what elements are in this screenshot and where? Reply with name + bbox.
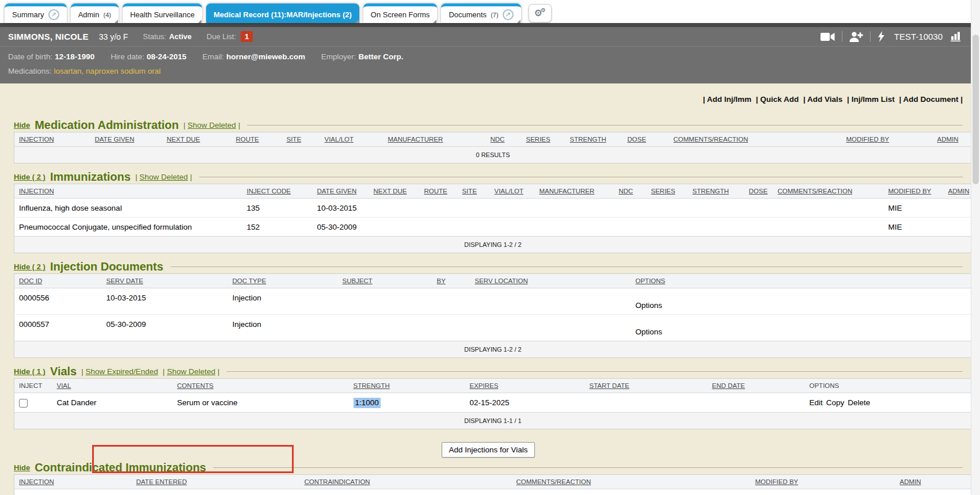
document-row[interactable]: 0000557 05-30-2009 Injection Options xyxy=(14,315,972,341)
email-label: Email: xyxy=(202,52,224,61)
quick-add-link[interactable]: Quick Add xyxy=(760,95,799,104)
email-value: horner@mieweb.com xyxy=(226,52,305,61)
vial-name: Cat Dander xyxy=(52,393,173,413)
immunizations-table: INJECTION INJECT CODE DATE GIVEN NEXT DU… xyxy=(14,184,972,253)
col-vial: VIAL xyxy=(57,382,71,389)
col-modified-by: MODIFIED BY xyxy=(888,188,932,195)
modified-by: MIE xyxy=(884,199,944,218)
section-rule xyxy=(199,177,963,177)
section-title: Contraindicated Immunizations xyxy=(35,461,206,474)
show-expired-ended-link[interactable]: Show Expired/Ended xyxy=(86,367,158,376)
show-deleted-link[interactable]: Show Deleted xyxy=(139,173,188,181)
medication-link-losartan[interactable]: losartan xyxy=(54,67,86,75)
action-wrap: Add Vials xyxy=(803,95,842,104)
vial-row[interactable]: Cat Dander Serum or vaccine 1:1000 02-15… xyxy=(14,393,972,413)
tab-on-screen-forms[interactable]: On Screen Forms xyxy=(363,3,438,23)
serv-date: 10-03-2015 xyxy=(102,288,228,315)
hire-date-label: Hire date: xyxy=(111,52,145,61)
results-count: 0 RESULTS xyxy=(14,147,972,163)
table-header-row: DOC ID SERV DATE DOC TYPE SUBJECT BY SER… xyxy=(14,274,972,288)
button-row: Add Injections for Vials xyxy=(14,442,963,458)
col-date-given: DATE GIVEN xyxy=(95,136,135,143)
popout-icon[interactable]: ↗ xyxy=(48,9,59,20)
table-footer-row: DISPLAYING 1-2 / 2 xyxy=(14,237,972,253)
tab-health-surveillance[interactable]: Health Surveillance xyxy=(123,3,202,23)
action-links: Add Inj/Imm Quick Add Add Vials Inj/Imm … xyxy=(14,95,963,104)
date-given: 05-30-2009 xyxy=(313,218,369,237)
hide-link[interactable]: Hide ( 1 ) xyxy=(14,367,45,376)
serv-date: 05-30-2009 xyxy=(102,315,228,341)
divider xyxy=(842,31,842,42)
add-person-icon[interactable] xyxy=(849,32,863,42)
document-row[interactable]: 0000556 10-03-2015 Injection Options xyxy=(14,288,972,315)
hide-link[interactable]: Hide ( 2 ) xyxy=(14,173,45,181)
copy-link[interactable]: Copy xyxy=(826,398,845,407)
col-admin: ADMIN xyxy=(937,136,959,143)
doc-id: 0000557 xyxy=(14,315,102,341)
medication-administration-table: INJECTION DATE GIVEN NEXT DUE ROUTE SITE… xyxy=(14,132,972,163)
col-expires: EXPIRES xyxy=(470,382,499,389)
table-header-row: INJECTION DATE GIVEN NEXT DUE ROUTE SITE… xyxy=(14,132,972,147)
chart-stats-icon[interactable] xyxy=(951,32,963,41)
tab-summary[interactable]: Summary ↗ xyxy=(5,3,67,23)
options-link[interactable]: Options xyxy=(636,301,663,310)
col-date-entered: DATE ENTERED xyxy=(136,478,187,485)
add-inj-imm-link[interactable]: Add Inj/Imm xyxy=(707,95,751,104)
main-window: Summary ↗ Admin (4) Health Surveillance … xyxy=(0,0,971,495)
popout-icon[interactable]: ↗ xyxy=(503,9,514,20)
col-serv-date: SERV DATE xyxy=(107,277,143,284)
vial-checkbox[interactable] xyxy=(19,399,28,408)
immunization-row[interactable]: Pneumococcal Conjugate, unspecified form… xyxy=(14,218,972,237)
hire-date-pair: Hire date:08-24-2015 xyxy=(111,52,187,61)
col-next-due: NEXT DUE xyxy=(374,188,407,195)
patient-banner: SIMMONS, NICOLE 33 y/o F Status: Active … xyxy=(0,27,971,47)
tab-documents-label: Documents xyxy=(449,10,487,19)
section-injection-documents: Hide ( 2 ) Injection Documents DOC ID SE… xyxy=(14,260,963,358)
settings-button[interactable]: ⚙ ⚙ xyxy=(529,4,552,22)
col-injection: INJECTION xyxy=(19,188,54,195)
col-inject: INJECT xyxy=(19,382,42,389)
col-doc-type: DOC TYPE xyxy=(233,277,267,284)
add-vials-link[interactable]: Add Vials xyxy=(807,95,842,104)
edit-link[interactable]: Edit xyxy=(810,398,823,407)
scrollbar[interactable] xyxy=(971,0,980,495)
due-list-badge[interactable]: 1 xyxy=(241,31,253,42)
show-deleted-link[interactable]: Show Deleted xyxy=(167,367,215,376)
empty-table-body xyxy=(14,489,972,495)
scrollbar-thumb[interactable] xyxy=(973,35,979,184)
dob-pair: Date of birth:12-18-1990 xyxy=(8,52,94,61)
hide-link[interactable]: Hide xyxy=(14,463,30,472)
col-site: SITE xyxy=(462,188,477,195)
hide-link[interactable]: Hide xyxy=(14,121,30,130)
show-deleted-wrap: Show Deleted xyxy=(163,367,220,376)
col-manufacturer: MANUFACTURER xyxy=(540,188,595,195)
medication-link-naproxen[interactable]: naproxen sodium oral xyxy=(86,67,161,75)
section-rule xyxy=(213,467,963,468)
doc-type: Injection xyxy=(228,288,338,315)
options-link[interactable]: Options xyxy=(636,328,663,336)
show-deleted-wrap: Show Deleted xyxy=(184,121,241,130)
tab-documents[interactable]: Documents (7) ↗ xyxy=(441,3,521,23)
displaying-count: DISPLAYING 1-2 / 2 xyxy=(14,237,972,253)
hire-date-value: 08-24-2015 xyxy=(147,52,187,61)
tab-admin[interactable]: Admin (4) xyxy=(71,3,119,23)
show-deleted-link[interactable]: Show Deleted xyxy=(188,121,236,130)
section-title: Immunizations xyxy=(50,170,131,184)
inj-imm-list-link[interactable]: Inj/Imm List xyxy=(852,95,895,104)
contraindicated-immunizations-table: INJECTION DATE ENTERED CONTRAINDICATION … xyxy=(14,474,972,495)
tab-medical-record[interactable]: Medical Record (11):MAR/Injections (2) xyxy=(206,3,359,23)
tab-admin-label: Admin xyxy=(78,10,100,19)
col-strength: STRENGTH xyxy=(693,188,729,195)
add-injections-for-vials-button[interactable]: Add Injections for Vials xyxy=(442,442,534,458)
immunization-row[interactable]: Influenza, high dose seasonal 135 10-03-… xyxy=(14,199,972,218)
delete-link[interactable]: Delete xyxy=(848,398,870,407)
hide-link[interactable]: Hide ( 2 ) xyxy=(14,262,45,271)
section-header: Hide ( 2 ) Injection Documents xyxy=(14,260,963,273)
add-document-link[interactable]: Add Document xyxy=(903,95,958,104)
video-call-icon[interactable] xyxy=(821,32,835,41)
action-wrap: Add Inj/Imm xyxy=(703,95,751,104)
lightning-icon[interactable] xyxy=(878,31,885,42)
tab-documents-count: (7) xyxy=(491,12,498,18)
gear-icon-small: ⚙ xyxy=(541,7,546,13)
section-vials: Hide ( 1 ) Vials Show Expired/Ended Show… xyxy=(14,365,963,429)
